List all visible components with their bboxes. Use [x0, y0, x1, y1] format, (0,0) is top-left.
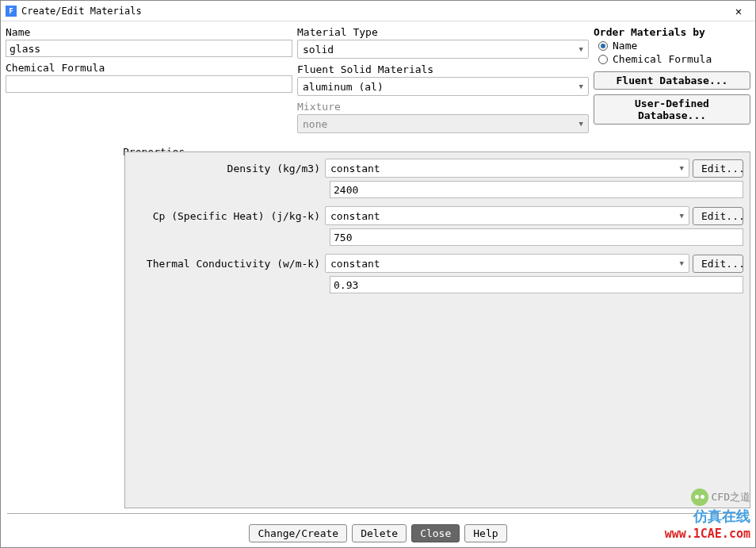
tc-method-dropdown[interactable]: constant ▼	[325, 254, 689, 273]
properties-panel: Density (kg/m3) constant ▼ Edit...	[124, 151, 750, 508]
density-row: Density (kg/m3) constant ▼ Edit...	[132, 159, 743, 178]
window-title: Create/Edit Materials	[21, 6, 727, 17]
change-create-button[interactable]: Change/Create	[249, 524, 347, 542]
radio-formula[interactable]	[598, 55, 608, 64]
chevron-down-icon: ▼	[579, 120, 583, 128]
density-label: Density (kg/m3)	[132, 163, 325, 174]
density-edit-button[interactable]: Edit...	[693, 159, 743, 178]
content-area: Name Chemical Formula Material Type soli…	[1, 21, 755, 514]
formula-input[interactable]	[6, 75, 292, 93]
cp-method-dropdown[interactable]: constant ▼	[325, 206, 689, 225]
close-button[interactable]: Close	[411, 524, 460, 542]
chevron-down-icon: ▼	[680, 259, 684, 267]
name-input[interactable]	[6, 40, 292, 57]
radio-name-label: Name	[613, 40, 637, 52]
mixture-value: none	[303, 118, 327, 130]
solid-materials-value: aluminum (al)	[303, 81, 384, 93]
density-method-dropdown[interactable]: constant ▼	[325, 159, 689, 178]
tc-row: Thermal Conductivity (w/m-k) constant ▼ …	[132, 254, 743, 273]
footer: Change/Create Delete Close Help	[1, 524, 755, 542]
user-database-button[interactable]: User-Defined Database...	[594, 94, 750, 125]
cp-label: Cp (Specific Heat) (j/kg-k)	[132, 210, 325, 222]
mixture-dropdown: none ▼	[297, 114, 589, 133]
radio-name[interactable]	[598, 41, 608, 51]
chevron-down-icon: ▼	[579, 45, 583, 53]
radio-name-row[interactable]: Name	[598, 40, 750, 52]
solid-materials-dropdown[interactable]: aluminum (al) ▼	[297, 77, 589, 96]
separator	[7, 513, 749, 514]
close-icon[interactable]: ✕	[727, 5, 750, 17]
dialog-window: F Create/Edit Materials ✕ Name Chemical …	[0, 0, 756, 548]
material-type-dropdown[interactable]: solid ▼	[297, 40, 589, 59]
chevron-down-icon: ▼	[579, 82, 583, 90]
titlebar: F Create/Edit Materials ✕	[1, 1, 755, 21]
help-button[interactable]: Help	[464, 524, 506, 542]
mixture-label: Mixture	[297, 101, 589, 113]
chevron-down-icon: ▼	[680, 212, 684, 220]
material-type-label: Material Type	[297, 26, 589, 38]
radio-formula-label: Chemical Formula	[613, 53, 712, 65]
tc-value-input[interactable]	[330, 276, 743, 293]
radio-formula-row[interactable]: Chemical Formula	[598, 53, 750, 65]
density-value-input[interactable]	[330, 181, 743, 198]
app-icon: F	[6, 6, 17, 17]
cp-value-input[interactable]	[330, 228, 743, 246]
fluent-database-button[interactable]: Fluent Database...	[594, 71, 750, 90]
delete-button[interactable]: Delete	[352, 524, 407, 542]
formula-label: Chemical Formula	[6, 62, 292, 74]
tc-label: Thermal Conductivity (w/m-k)	[132, 258, 325, 270]
chevron-down-icon: ▼	[680, 164, 684, 172]
order-by-label: Order Materials by	[594, 26, 750, 38]
solid-materials-label: Fluent Solid Materials	[297, 63, 589, 75]
name-label: Name	[6, 26, 292, 38]
cp-row: Cp (Specific Heat) (j/kg-k) constant ▼ E…	[132, 206, 743, 225]
cp-edit-button[interactable]: Edit...	[693, 207, 743, 225]
material-type-value: solid	[303, 44, 334, 56]
tc-edit-button[interactable]: Edit...	[693, 255, 743, 273]
